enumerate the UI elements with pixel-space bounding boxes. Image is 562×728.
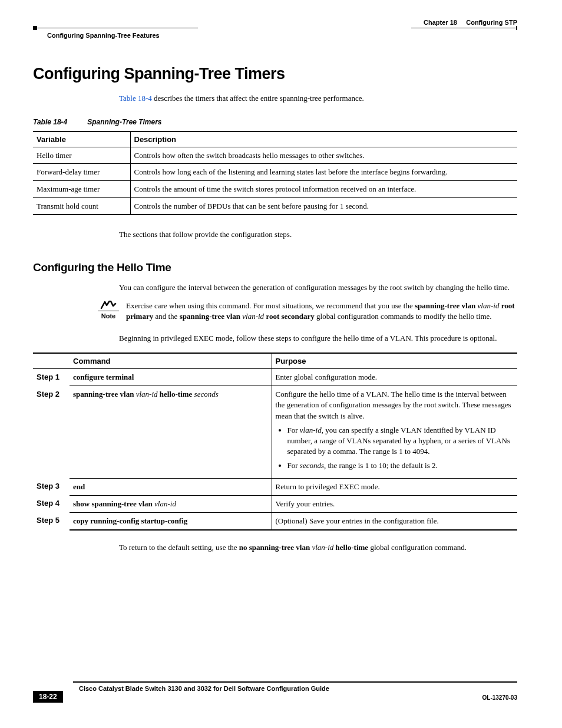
th-purpose: Purpose: [272, 353, 517, 369]
note-label: Note: [98, 311, 119, 321]
note-block: Note Exercise care when using this comma…: [98, 301, 517, 322]
intro-text: describes the timers that affect the ent…: [152, 94, 364, 103]
var-cell: Transmit hold count: [33, 197, 130, 215]
step-label: Step 5: [33, 512, 70, 530]
desc-cell: Controls how often the switch broadcasts…: [130, 147, 517, 164]
th-command: Command: [70, 353, 272, 369]
table-row: Hello timer Controls how often the switc…: [33, 147, 517, 164]
purpose-cell: Configure the hello time of a VLAN. The …: [272, 386, 517, 478]
chapter-title: Configuring STP: [466, 19, 517, 26]
desc-cell: Controls the number of BPDUs that can be…: [130, 197, 517, 215]
table-title: Spanning-Tree Timers: [87, 118, 161, 126]
footer-rule: [73, 681, 517, 683]
desc-cell: Controls the amount of time the switch s…: [130, 180, 517, 197]
th-blank: [33, 353, 70, 369]
th-variable: Variable: [33, 131, 130, 147]
running-header-right: Chapter 18 Configuring STP: [424, 19, 517, 26]
table-reference-link[interactable]: Table 18-4: [119, 94, 152, 103]
var-cell: Hello timer: [33, 147, 130, 164]
purpose-cell: (Optional) Save your entries in the conf…: [272, 512, 517, 530]
header-tick: [516, 26, 517, 30]
paragraph: To return to the default setting, use th…: [119, 542, 517, 553]
note-icon: Note: [98, 301, 119, 322]
step-label: Step 2: [33, 386, 70, 478]
purpose-cell: Enter global configuration mode.: [272, 369, 517, 386]
intro-paragraph: Table 18-4 describes the timers that aff…: [119, 94, 517, 104]
purpose-cell: Verify your entries.: [272, 495, 517, 512]
table-row: Transmit hold count Controls the number …: [33, 197, 517, 215]
var-cell: Forward-delay timer: [33, 164, 130, 181]
command-cell: end: [70, 478, 272, 495]
footer-book-title: Cisco Catalyst Blade Switch 3130 and 303…: [79, 685, 329, 692]
steps-table: Command Purpose Step 1 configure termina…: [33, 353, 517, 531]
page-title: Configuring Spanning-Tree Timers: [33, 65, 517, 83]
step-label: Step 4: [33, 495, 70, 512]
timers-table: Variable Description Hello timer Control…: [33, 131, 517, 215]
command-cell: show spanning-tree vlan vlan-id: [70, 495, 272, 512]
table-row: Forward-delay timer Controls how long ea…: [33, 164, 517, 181]
header-rule-left: [33, 28, 198, 28]
table-row: Step 4 show spanning-tree vlan vlan-id V…: [33, 495, 517, 512]
after-table-text: The sections that follow provide the con…: [119, 229, 517, 240]
step-label: Step 1: [33, 369, 70, 386]
footer-page-number: 18-22: [33, 691, 63, 703]
desc-cell: Controls how long each of the listening …: [130, 164, 517, 181]
command-cell: copy running-config startup-config: [70, 512, 272, 530]
table-row: Step 5 copy running-config startup-confi…: [33, 512, 517, 530]
header-rule: [411, 28, 517, 28]
table-number: Table 18-4: [33, 118, 67, 126]
table-row: Step 1 configure terminal Enter global c…: [33, 369, 517, 386]
paragraph: Beginning in privileged EXEC mode, follo…: [119, 333, 517, 344]
purpose-cell: Return to privileged EXEC mode.: [272, 478, 517, 495]
section-heading: Configuring the Hello Time: [33, 261, 517, 274]
paragraph: You can configure the interval between t…: [119, 282, 517, 293]
command-cell: configure terminal: [70, 369, 272, 386]
chapter-label: Chapter 18: [424, 19, 457, 26]
list-item: For vlan-id, you can specify a single VL…: [287, 425, 514, 457]
footer-doc-id: OL-13270-03: [482, 694, 517, 701]
step-label: Step 3: [33, 478, 70, 495]
note-text: Exercise care when using this command. F…: [126, 301, 517, 322]
table-row: Step 3 end Return to privileged EXEC mod…: [33, 478, 517, 495]
header-square-icon: [33, 26, 37, 30]
running-header-left: Configuring Spanning-Tree Features: [47, 32, 160, 39]
th-description: Description: [130, 131, 517, 147]
var-cell: Maximum-age timer: [33, 180, 130, 197]
table-row: Maximum-age timer Controls the amount of…: [33, 180, 517, 197]
command-cell: spanning-tree vlan vlan-id hello-time se…: [70, 386, 272, 478]
list-item: For seconds, the range is 1 to 10; the d…: [287, 460, 514, 471]
table-row: Step 2 spanning-tree vlan vlan-id hello-…: [33, 386, 517, 478]
table-caption: Table 18-4Spanning-Tree Timers: [33, 118, 517, 126]
